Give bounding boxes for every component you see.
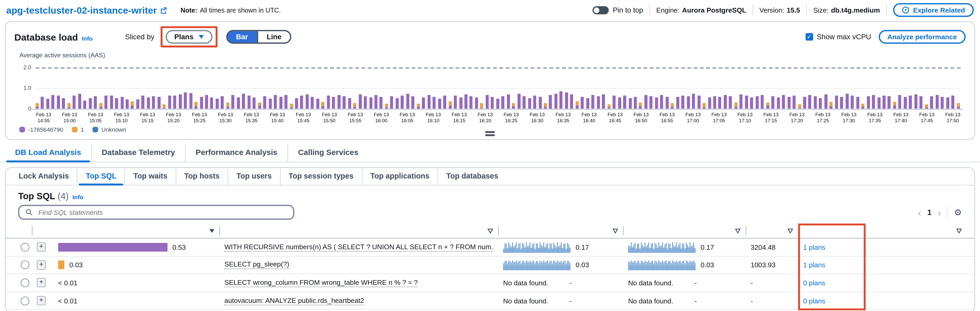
chart-bar[interactable] [877, 97, 880, 109]
subtab-top-users[interactable]: Top users [228, 168, 280, 185]
chart-bar[interactable] [316, 98, 320, 109]
chart-bar[interactable] [369, 97, 372, 109]
chart-bar[interactable] [189, 93, 192, 109]
chart-bar[interactable] [766, 102, 769, 109]
chart-bar[interactable] [385, 103, 388, 109]
column-header-load[interactable] [51, 226, 220, 235]
chart-bar[interactable] [914, 94, 917, 109]
column-header-plans[interactable] [798, 226, 864, 235]
chart-bar[interactable] [163, 105, 166, 109]
chart-bar[interactable] [173, 95, 177, 109]
chart-bar[interactable] [311, 97, 314, 109]
chart-bar[interactable] [406, 94, 409, 109]
chart-bar[interactable] [168, 95, 171, 109]
chart-bar[interactable] [247, 95, 250, 109]
subtab-top-sql[interactable]: Top SQL [77, 168, 125, 185]
chart-bar[interactable] [846, 94, 849, 109]
analyze-performance-button[interactable]: Analyze performance [878, 30, 966, 43]
chart-bar[interactable] [216, 99, 219, 109]
chart-bar[interactable] [538, 97, 542, 109]
chart-bar[interactable] [628, 98, 632, 109]
chart-bar[interactable] [581, 97, 584, 109]
chart-bar[interactable] [353, 103, 356, 109]
chart-bar[interactable] [655, 97, 658, 109]
plans-count-link[interactable]: 0 plans [803, 297, 826, 305]
database-load-info-link[interactable]: Info [82, 35, 93, 41]
chart-bar[interactable] [475, 98, 478, 109]
chart-bar[interactable] [110, 95, 113, 109]
chart-bar[interactable] [396, 98, 399, 109]
chart-bar[interactable] [343, 96, 346, 109]
pin-to-top-control[interactable]: Pin to top [593, 6, 643, 14]
chart-bar[interactable] [618, 97, 621, 109]
chart-bar[interactable] [131, 102, 134, 109]
chart-bar[interactable] [517, 94, 520, 109]
chart-bar[interactable] [305, 94, 309, 109]
column-header-sql[interactable] [220, 226, 498, 235]
chart-bar[interactable] [142, 95, 145, 109]
chart-bar[interactable] [565, 93, 568, 109]
chart-bar[interactable] [560, 91, 563, 109]
pin-to-top-toggle[interactable] [593, 6, 609, 14]
chart-bar[interactable] [438, 98, 441, 109]
chart-bar[interactable] [570, 95, 573, 109]
legend-item[interactable]: -1765646790 [19, 127, 63, 133]
chart-bar[interactable] [533, 95, 536, 109]
chart-bar[interactable] [920, 96, 923, 109]
chart-bar[interactable] [295, 98, 298, 109]
chart-bar[interactable] [660, 95, 663, 109]
chart-bar[interactable] [861, 103, 864, 109]
filter-icon[interactable] [788, 228, 793, 233]
instance-title-link[interactable]: apg-testcluster-02-instance-writer [6, 5, 167, 16]
row-radio-button[interactable] [21, 279, 29, 287]
chart-bar[interactable] [105, 95, 108, 109]
subtab-top-applications[interactable]: Top applications [362, 168, 438, 185]
chart-bar[interactable] [507, 95, 510, 109]
chart-bar[interactable] [909, 95, 912, 109]
plans-count-link[interactable]: 0 plans [803, 279, 826, 287]
chart-bar[interactable] [724, 95, 727, 109]
chart-bar[interactable] [83, 101, 86, 109]
chart-bar[interactable] [872, 95, 875, 109]
chart-bar[interactable] [364, 96, 367, 109]
chart-bar[interactable] [893, 102, 896, 109]
chart-bar[interactable] [554, 94, 558, 109]
chart-bar[interactable] [480, 103, 484, 109]
plans-count-link[interactable]: 1 plans [803, 243, 826, 251]
chart-bar[interactable] [348, 98, 351, 109]
chart-bar[interactable] [824, 94, 827, 109]
expand-icon[interactable]: + [37, 278, 46, 288]
view-option-line[interactable]: Line [257, 31, 290, 43]
expand-icon[interactable]: + [37, 243, 46, 252]
chart-bar[interactable] [390, 96, 393, 109]
chart-bar[interactable] [41, 97, 44, 109]
chart-bar[interactable] [126, 99, 129, 109]
chart-bar[interactable] [772, 96, 775, 109]
chart-bar[interactable] [649, 96, 653, 109]
chart-bar[interactable] [665, 97, 669, 109]
chart-bar[interactable] [851, 95, 854, 109]
chart-bar[interactable] [676, 97, 679, 109]
tab-calling-services[interactable]: Calling Services [288, 144, 368, 162]
chart-bar[interactable] [78, 94, 81, 109]
chart-bar[interactable] [951, 95, 955, 109]
chart-bar[interactable] [687, 96, 690, 109]
chart-bar[interactable] [634, 97, 637, 109]
chart-bar[interactable] [469, 96, 473, 109]
slice-dropdown[interactable]: Plans [165, 30, 212, 43]
search-input[interactable] [37, 208, 287, 216]
chart-bar[interactable] [449, 101, 452, 109]
chart-bar[interactable] [819, 98, 822, 109]
chart-bar[interactable] [433, 97, 436, 109]
chart-bar[interactable] [36, 103, 39, 109]
chart-bar[interactable] [888, 96, 891, 109]
chart-bar[interactable] [671, 103, 674, 109]
legend-item[interactable]: 1 [72, 127, 84, 133]
legend-item[interactable]: Unknown [93, 127, 126, 133]
chart-bar[interactable] [681, 95, 684, 109]
chart-bar[interactable] [158, 97, 161, 109]
chart-bar[interactable] [52, 95, 55, 109]
chart-bar[interactable] [592, 95, 595, 109]
chart-bar[interactable] [327, 95, 330, 109]
chart-bar[interactable] [602, 94, 605, 109]
